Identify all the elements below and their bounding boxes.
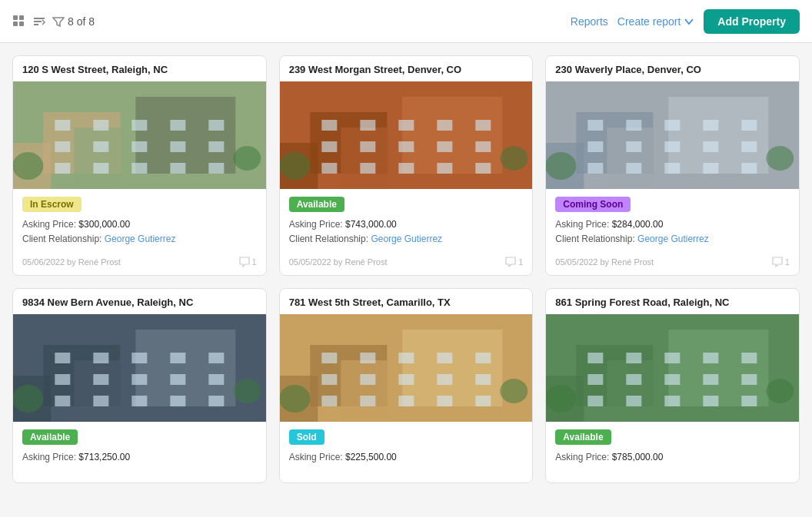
svg-rect-3 bbox=[19, 22, 24, 26]
svg-rect-21 bbox=[208, 141, 224, 152]
chevron-down-icon bbox=[684, 16, 694, 27]
grid-icon bbox=[12, 15, 26, 28]
property-card[interactable]: 781 West 5th Street, Camarillo, TXSoldAs… bbox=[279, 288, 534, 483]
svg-rect-62 bbox=[627, 141, 642, 152]
svg-rect-131 bbox=[742, 374, 757, 385]
property-image bbox=[280, 314, 533, 422]
property-image bbox=[546, 81, 799, 189]
svg-rect-123 bbox=[627, 353, 642, 363]
svg-rect-53 bbox=[669, 97, 769, 174]
client-relationship-row: Client Relationship: George Gutierrez bbox=[22, 234, 257, 244]
status-badge: Coming Soon bbox=[555, 197, 631, 212]
property-image bbox=[546, 314, 799, 422]
svg-rect-57 bbox=[627, 120, 642, 131]
svg-rect-41 bbox=[398, 141, 414, 152]
svg-rect-128 bbox=[627, 374, 642, 385]
svg-rect-1 bbox=[19, 15, 24, 20]
svg-point-138 bbox=[767, 379, 794, 403]
comment-count: 1 bbox=[772, 257, 790, 267]
date-author: 05/05/2022 by René Prost bbox=[289, 257, 388, 267]
svg-rect-113 bbox=[437, 396, 452, 406]
svg-rect-23 bbox=[93, 163, 108, 174]
add-property-button[interactable]: Add Property bbox=[704, 9, 800, 34]
svg-rect-63 bbox=[665, 141, 681, 152]
svg-rect-104 bbox=[475, 353, 491, 363]
client-name[interactable]: George Gutierrez bbox=[637, 234, 709, 244]
svg-point-116 bbox=[500, 379, 527, 403]
asking-price-row: Asking Price: $743,000.00 bbox=[289, 219, 524, 230]
svg-rect-119 bbox=[669, 330, 769, 406]
svg-rect-37 bbox=[437, 120, 452, 131]
svg-rect-45 bbox=[360, 163, 375, 174]
client-relationship-row: Client Relationship: George Gutierrez bbox=[289, 234, 524, 244]
comment-count: 1 bbox=[505, 257, 523, 267]
property-card[interactable]: 861 Spring Forest Road, Raleigh, NCAvail… bbox=[545, 288, 800, 483]
svg-rect-133 bbox=[627, 396, 642, 406]
client-name[interactable]: George Gutierrez bbox=[105, 234, 176, 244]
svg-rect-80 bbox=[131, 353, 147, 363]
svg-rect-42 bbox=[437, 141, 452, 152]
asking-price-row: Asking Price: $300,000.00 bbox=[22, 219, 257, 230]
svg-rect-56 bbox=[588, 120, 604, 131]
client-relationship-row: Client Relationship: George Gutierrez bbox=[555, 234, 790, 244]
svg-rect-16 bbox=[208, 120, 224, 131]
svg-rect-13 bbox=[93, 120, 108, 131]
client-name[interactable]: George Gutierrez bbox=[371, 234, 442, 244]
svg-rect-105 bbox=[321, 374, 337, 385]
svg-rect-124 bbox=[665, 353, 681, 363]
svg-rect-107 bbox=[398, 374, 414, 385]
svg-rect-108 bbox=[437, 374, 452, 385]
svg-rect-68 bbox=[665, 163, 681, 174]
svg-rect-103 bbox=[437, 353, 452, 363]
create-report-button[interactable]: Create report bbox=[617, 15, 694, 28]
date-author: 05/05/2022 by René Prost bbox=[555, 257, 654, 267]
property-card[interactable]: 230 Waverly Place, Denver, COComing Soon… bbox=[545, 55, 800, 276]
svg-rect-78 bbox=[55, 353, 70, 363]
svg-rect-9 bbox=[135, 97, 235, 174]
comment-icon bbox=[505, 257, 516, 267]
svg-rect-20 bbox=[170, 141, 185, 152]
svg-rect-33 bbox=[341, 128, 387, 189]
grid-view-button[interactable] bbox=[12, 15, 26, 28]
card-address: 239 West Morgan Street, Denver, CO bbox=[280, 56, 533, 81]
svg-rect-122 bbox=[588, 353, 604, 363]
price-value: $284,000.00 bbox=[612, 219, 664, 230]
price-value: $785,000.00 bbox=[612, 452, 664, 462]
svg-rect-44 bbox=[321, 163, 337, 174]
svg-rect-55 bbox=[607, 128, 654, 189]
svg-point-94 bbox=[233, 379, 261, 403]
card-body: Coming SoonAsking Price: $284,000.00Clie… bbox=[546, 189, 799, 252]
svg-point-28 bbox=[233, 146, 261, 171]
reports-link[interactable]: Reports bbox=[571, 15, 608, 28]
svg-rect-87 bbox=[208, 374, 224, 385]
svg-rect-66 bbox=[588, 163, 604, 174]
property-card[interactable]: 120 S West Street, Raleigh, NCIn EscrowA… bbox=[12, 55, 267, 276]
svg-rect-134 bbox=[665, 396, 681, 406]
property-card[interactable]: 239 West Morgan Street, Denver, COAvaila… bbox=[279, 55, 534, 276]
svg-rect-81 bbox=[170, 353, 185, 363]
property-image bbox=[13, 314, 266, 422]
svg-point-71 bbox=[546, 152, 576, 180]
svg-rect-126 bbox=[742, 353, 757, 363]
property-card[interactable]: 9834 New Bern Avenue, Raleigh, NCAvailab… bbox=[12, 288, 267, 483]
svg-rect-69 bbox=[704, 163, 719, 174]
svg-rect-121 bbox=[607, 360, 654, 422]
svg-rect-91 bbox=[170, 396, 185, 406]
svg-rect-97 bbox=[402, 330, 502, 406]
svg-rect-58 bbox=[665, 120, 681, 131]
sort-button[interactable] bbox=[32, 15, 46, 28]
filter-icon bbox=[52, 15, 65, 28]
svg-rect-18 bbox=[93, 141, 108, 152]
svg-rect-25 bbox=[170, 163, 185, 174]
svg-rect-65 bbox=[742, 141, 757, 152]
card-body: AvailableAsking Price: $743,000.00Client… bbox=[280, 189, 533, 252]
svg-rect-36 bbox=[398, 120, 414, 131]
price-value: $300,000.00 bbox=[78, 219, 130, 230]
sort-icon bbox=[32, 15, 46, 28]
asking-price-row: Asking Price: $713,250.00 bbox=[22, 452, 257, 462]
card-footer: 05/05/2022 by René Prost1 bbox=[280, 252, 533, 275]
asking-price-row: Asking Price: $284,000.00 bbox=[555, 219, 790, 230]
svg-rect-84 bbox=[93, 374, 108, 385]
toolbar-left: 8 of 8 bbox=[12, 15, 563, 28]
svg-rect-46 bbox=[398, 163, 414, 174]
